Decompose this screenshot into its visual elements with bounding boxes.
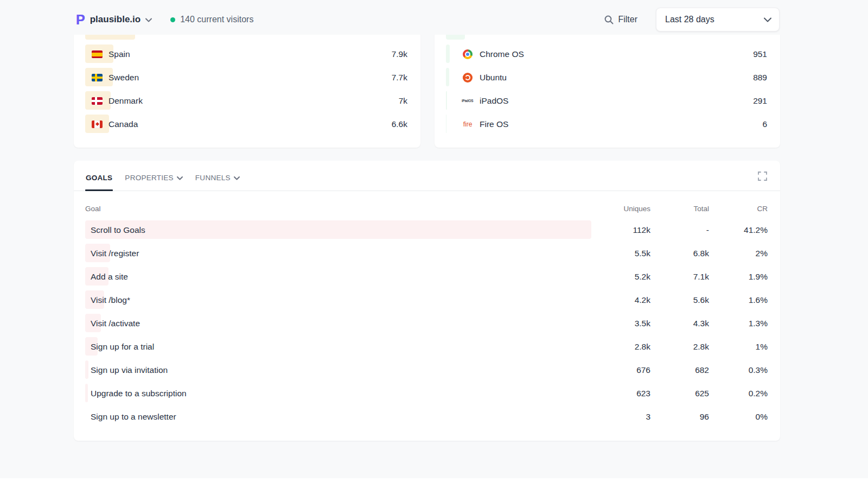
country-label: Canada: [108, 119, 392, 129]
value-bar: [446, 91, 447, 110]
chrome-icon: [463, 49, 473, 59]
filter-button[interactable]: Filter: [604, 15, 637, 24]
tab-funnels-label: FUNNELS: [195, 174, 231, 182]
country-label: Denmark: [108, 96, 399, 106]
country-value: 6.6k: [392, 119, 407, 129]
goal-total: 2.8k: [650, 342, 709, 352]
os-label: Fire OS: [480, 119, 762, 129]
goal-row[interactable]: Sign up via invitation6766820.3%: [85, 358, 768, 382]
country-label: Spain: [108, 49, 392, 59]
goal-row[interactable]: Sign up to a newsletter3960%: [85, 405, 768, 428]
tab-goals-label: GOALS: [86, 174, 112, 182]
os-label: Chrome OS: [480, 49, 753, 59]
os-list: Chrome OS951Ubuntu889iPadOSiPadOS291fire…: [446, 19, 767, 136]
tab-funnels[interactable]: FUNNELS: [195, 174, 240, 182]
chevron-down-icon: [177, 174, 183, 182]
goal-cr: 1%: [709, 342, 768, 352]
countries-list: Spain7.9kSweden7.7kDenmark7kCanada6.6k: [85, 19, 407, 136]
site-name: plausible.io: [90, 14, 141, 25]
goal-label: Visit /activate: [85, 319, 591, 328]
goal-row[interactable]: Visit /activate3.5k4.3k1.3%: [85, 312, 768, 335]
country-label: Sweden: [108, 73, 392, 83]
country-row[interactable]: Canada6.6k: [85, 112, 407, 136]
goal-total: 5.6k: [650, 295, 709, 305]
os-row[interactable]: Chrome OS951: [446, 42, 767, 66]
live-indicator-dot: [170, 17, 175, 22]
goal-uniques: 3.5k: [591, 319, 650, 328]
goal-row[interactable]: Visit /blog*4.2k5.6k1.6%: [85, 288, 768, 312]
goal-cr: 2%: [709, 249, 768, 258]
spain-flag-icon: [92, 50, 103, 58]
date-range-label: Last 28 days: [665, 15, 714, 24]
goal-label: Add a site: [85, 272, 591, 282]
fireos-icon: fire: [463, 121, 473, 128]
goal-total: 682: [650, 365, 709, 375]
page-bottom-strip: [0, 478, 868, 488]
goal-row[interactable]: Scroll to Goals112k-41.2%: [85, 218, 768, 242]
goal-row[interactable]: Add a site5.2k7.1k1.9%: [85, 265, 768, 288]
column-header-goal: Goal: [85, 205, 591, 213]
goal-uniques: 4.2k: [591, 295, 650, 305]
os-value: 6: [762, 119, 767, 129]
goal-uniques: 112k: [591, 225, 650, 235]
dashboard-viewport: Spain7.9kSweden7.7kDenmark7kCanada6.6k C…: [0, 0, 868, 488]
goal-total: 7.1k: [650, 272, 709, 282]
country-row[interactable]: Sweden7.7k: [85, 66, 407, 89]
goal-cr: 41.2%: [709, 225, 768, 235]
goal-row[interactable]: Upgrade to a subscription6236250.2%: [85, 382, 768, 405]
tab-properties-label: PROPERTIES: [125, 174, 173, 182]
goal-label: Visit /register: [85, 249, 591, 258]
goal-cr: 1.9%: [709, 272, 768, 282]
os-value: 291: [753, 96, 767, 106]
goal-uniques: 623: [591, 389, 650, 398]
ipados-icon: iPadOS: [462, 99, 473, 102]
os-value: 889: [753, 73, 767, 83]
current-visitors-label: 140 current visitors: [180, 15, 253, 24]
column-header-uniques: Uniques: [591, 205, 650, 213]
ubuntu-icon: [463, 73, 473, 83]
goal-total: 625: [650, 389, 709, 398]
country-value: 7k: [399, 96, 407, 106]
chevron-down-icon: [145, 15, 152, 24]
expand-icon[interactable]: [758, 172, 767, 181]
tab-properties[interactable]: PROPERTIES: [125, 174, 182, 182]
goal-total: 96: [650, 412, 709, 422]
goal-label: Sign up via invitation: [85, 365, 591, 375]
plausible-logo: P: [76, 13, 85, 27]
os-row[interactable]: fireFire OS6: [446, 112, 767, 136]
goals-list: Scroll to Goals112k-41.2%Visit /register…: [85, 218, 768, 428]
goal-total: -: [650, 225, 709, 235]
goals-card: GOALS PROPERTIES FUNNELS: [74, 161, 780, 441]
sweden-flag-icon: [92, 74, 103, 81]
goal-total: 6.8k: [650, 249, 709, 258]
os-row[interactable]: iPadOSiPadOS291: [446, 89, 767, 112]
site-switcher[interactable]: P plausible.io: [76, 13, 152, 27]
goal-cr: 0.2%: [709, 389, 768, 398]
tab-goals[interactable]: GOALS: [86, 174, 112, 182]
search-icon: [604, 15, 614, 24]
os-label: iPadOS: [480, 96, 753, 106]
os-label: Ubuntu: [480, 73, 753, 83]
goal-label: Sign up to a newsletter: [85, 412, 591, 422]
goal-cr: 0.3%: [709, 365, 768, 375]
country-row[interactable]: Spain7.9k: [85, 42, 407, 66]
date-range-picker[interactable]: Last 28 days: [656, 8, 780, 31]
goal-row[interactable]: Visit /register5.5k6.8k2%: [85, 242, 768, 265]
goal-label: Upgrade to a subscription: [85, 389, 591, 398]
country-value: 7.7k: [392, 73, 407, 83]
goal-uniques: 5.5k: [591, 249, 650, 258]
goal-label: Visit /blog*: [85, 295, 591, 305]
goals-table-header: Goal Uniques Total CR: [85, 202, 768, 215]
denmark-flag-icon: [92, 97, 103, 105]
goal-cr: 1.3%: [709, 319, 768, 328]
goal-row[interactable]: Sign up for a trial2.8k2.8k1%: [85, 335, 768, 358]
current-visitors[interactable]: 140 current visitors: [170, 15, 253, 24]
goals-tab-bar: GOALS PROPERTIES FUNNELS: [74, 161, 780, 191]
goal-label: Scroll to Goals: [85, 225, 591, 235]
os-row[interactable]: Ubuntu889: [446, 66, 767, 89]
country-row[interactable]: Denmark7k: [85, 89, 407, 112]
tabs-divider: [74, 191, 780, 191]
goal-label: Sign up for a trial: [85, 342, 591, 352]
chevron-down-icon: [764, 15, 771, 24]
filter-label: Filter: [618, 15, 637, 24]
